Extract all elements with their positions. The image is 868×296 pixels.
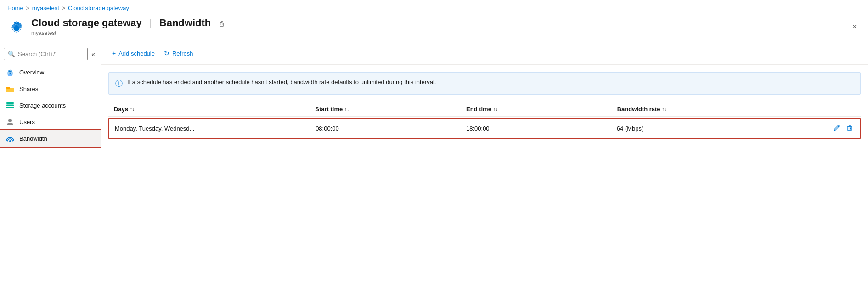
- sidebar-item-users-label: Users: [19, 119, 35, 125]
- sidebar-item-overview[interactable]: Overview: [0, 64, 101, 80]
- info-icon: ⓘ: [115, 79, 123, 89]
- users-icon: [6, 117, 15, 126]
- overview-icon: [6, 68, 15, 77]
- col-actions: [818, 106, 855, 113]
- search-icon: 🔍: [8, 51, 15, 57]
- add-schedule-button[interactable]: + Add schedule: [108, 48, 158, 59]
- info-banner-text: If a schedule has ended and another sche…: [127, 78, 436, 86]
- sidebar: 🔍 « Overview Shares: [0, 42, 101, 292]
- refresh-icon: ↻: [164, 50, 169, 57]
- row-start-time: 08:00:00: [316, 125, 466, 132]
- sidebar-item-shares[interactable]: Shares: [0, 80, 101, 97]
- delete-icon: [846, 124, 853, 131]
- table-header: Days ↑↓ Start time ↑↓ End time ↑↓ Bandwi…: [108, 102, 861, 117]
- sidebar-item-users[interactable]: Users: [0, 114, 101, 130]
- sidebar-item-bandwidth[interactable]: Bandwidth: [0, 130, 101, 147]
- sort-endtime-icon[interactable]: ↑↓: [493, 107, 498, 112]
- svg-line-14: [838, 126, 839, 127]
- svg-point-6: [10, 73, 11, 74]
- section-name: Bandwidth: [159, 17, 211, 28]
- search-row: 🔍 «: [4, 48, 97, 60]
- sidebar-item-shares-label: Shares: [19, 85, 38, 92]
- header-left: Cloud storage gateway | Bandwidth ⎙ myas…: [7, 17, 224, 36]
- col-end-time: End time ↑↓: [466, 106, 617, 113]
- svg-rect-9: [6, 102, 14, 104]
- sort-starttime-icon[interactable]: ↑↓: [344, 107, 349, 112]
- table-row: Monday, Tuesday, Wednesd... 08:00:00 18:…: [108, 118, 861, 139]
- resource-name: Cloud storage gateway: [31, 17, 142, 28]
- svg-point-13: [9, 140, 11, 142]
- breadcrumb-myasetest[interactable]: myasetest: [32, 5, 59, 11]
- page-header: Cloud storage gateway | Bandwidth ⎙ myas…: [0, 14, 868, 42]
- page-title: Cloud storage gateway | Bandwidth ⎙: [31, 17, 224, 29]
- sidebar-item-storage-accounts[interactable]: Storage accounts: [0, 97, 101, 114]
- breadcrumb-sep2: >: [62, 5, 65, 11]
- sort-bandwidth-icon[interactable]: ↑↓: [662, 107, 667, 112]
- col-start-time: Start time ↑↓: [315, 106, 466, 113]
- svg-point-4: [16, 25, 17, 27]
- svg-point-12: [8, 119, 12, 122]
- add-schedule-label: Add schedule: [118, 50, 155, 57]
- row-bandwidth-rate: 64 (Mbps): [617, 125, 817, 132]
- row-actions: [817, 123, 854, 134]
- info-banner: ⓘ If a schedule has ended and another sc…: [108, 72, 861, 95]
- breadcrumb-sep1: >: [26, 5, 29, 11]
- resource-icon: [7, 17, 26, 36]
- storage-accounts-icon: [6, 101, 15, 110]
- main-layout: 🔍 « Overview Shares: [0, 42, 868, 292]
- breadcrumb-home[interactable]: Home: [7, 5, 23, 11]
- row-days: Monday, Tuesday, Wednesd...: [115, 125, 316, 132]
- col-bandwidth-rate: Bandwidth rate ↑↓: [617, 106, 818, 113]
- breadcrumb-current[interactable]: Cloud storage gateway: [68, 5, 129, 11]
- content-area: + Add schedule ↻ Refresh ⓘ If a schedule…: [101, 42, 868, 292]
- svg-rect-15: [848, 126, 851, 131]
- title-divider: |: [149, 17, 155, 28]
- close-button[interactable]: ×: [848, 20, 861, 34]
- delete-row-button[interactable]: [845, 123, 854, 134]
- refresh-label: Refresh: [172, 50, 193, 57]
- edit-row-button[interactable]: [832, 123, 841, 134]
- table-area: Days ↑↓ Start time ↑↓ End time ↑↓ Bandwi…: [108, 102, 861, 139]
- header-title-block: Cloud storage gateway | Bandwidth ⎙ myas…: [31, 17, 224, 36]
- sidebar-item-storage-accounts-label: Storage accounts: [19, 102, 66, 109]
- svg-rect-8: [6, 87, 10, 89]
- bandwidth-icon: [6, 134, 15, 143]
- svg-rect-10: [6, 105, 14, 106]
- shares-icon: [6, 84, 15, 93]
- collapse-button[interactable]: «: [90, 49, 97, 60]
- cloud-gateway-icon: [8, 18, 25, 35]
- col-days: Days ↑↓: [114, 106, 315, 113]
- search-wrapper: 🔍: [4, 48, 88, 60]
- breadcrumb: Home > myasetest > Cloud storage gateway: [0, 0, 868, 14]
- sidebar-item-overview-label: Overview: [19, 69, 44, 76]
- toolbar: + Add schedule ↻ Refresh: [101, 42, 868, 65]
- svg-rect-11: [6, 107, 14, 108]
- edit-icon: [833, 124, 840, 131]
- refresh-button[interactable]: ↻ Refresh: [160, 48, 197, 59]
- print-button[interactable]: ⎙: [220, 20, 224, 28]
- row-end-time: 18:00:00: [466, 125, 617, 132]
- search-input[interactable]: [18, 51, 84, 57]
- sidebar-item-bandwidth-label: Bandwidth: [19, 135, 47, 142]
- sort-days-icon[interactable]: ↑↓: [130, 107, 135, 112]
- add-icon: +: [112, 50, 116, 57]
- resource-subtitle: myasetest: [31, 30, 224, 36]
